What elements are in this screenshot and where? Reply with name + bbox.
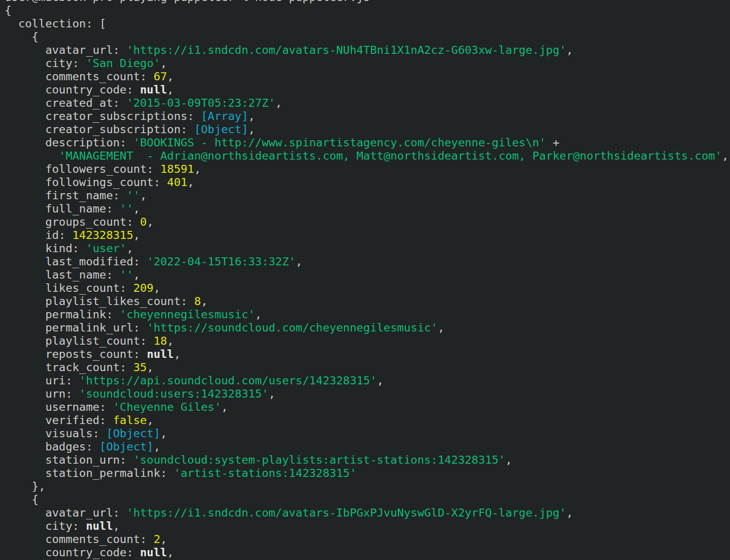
console-line: followings_count: 401, [5, 176, 730, 189]
null-token: null [147, 348, 174, 361]
plain-token: , [113, 519, 119, 533]
null-token: null [86, 519, 113, 533]
null-token: null [140, 546, 167, 559]
plain-token: , [167, 546, 174, 559]
console-line: urn: 'soundcloud:users:142328315', [5, 387, 730, 400]
console-line: { [5, 4, 730, 17]
plain-token: , [566, 506, 573, 519]
console-line: country_code: null, [5, 546, 730, 559]
console-line: username: 'Cheyenne Giles', [5, 400, 730, 414]
console-line: playlist_count: 18, [5, 334, 730, 348]
plain-token: , [174, 348, 180, 361]
plain-token: kind: [5, 242, 86, 255]
string-token: 'soundcloud:users:142328315' [79, 387, 269, 400]
plain-token: , [147, 414, 153, 427]
boolean-token: false [113, 414, 147, 427]
plain-token: first_name: [5, 189, 127, 202]
null-token: null [140, 83, 167, 96]
plain-token: , [248, 110, 255, 123]
string-token: 'MANAGEMENT - Adrian@northsideartists.co… [59, 149, 722, 162]
plain-token: , [133, 268, 140, 281]
console-line: badges: [Object], [5, 440, 730, 453]
string-token: 'artist-stations:142328315' [174, 467, 357, 480]
console-line: comments_count: 67, [5, 70, 730, 83]
console-line: city: 'San Diego', [5, 57, 730, 70]
plain-token: visuals: [5, 427, 106, 440]
plain-token: station_permalink: [5, 467, 174, 480]
plain-token: verified: [5, 414, 113, 427]
plain-token: groups_count: [5, 215, 140, 229]
plain-token: , [377, 374, 383, 387]
plain-token: description: [5, 136, 133, 149]
number-token: 18 [153, 334, 167, 348]
console-line: permalink_url: 'https://soundcloud.com/c… [5, 321, 730, 334]
string-token: 'cheyennegilesmusic' [120, 308, 255, 321]
string-token: 'Cheyenne Giles' [113, 400, 221, 414]
string-token: '' [120, 268, 134, 281]
plain-token: , [161, 427, 167, 440]
console-line: groups_count: 0, [5, 215, 730, 229]
console-line: country_code: null, [5, 83, 730, 96]
number-token: 209 [133, 281, 153, 295]
plain-token: , [187, 176, 194, 189]
plain-token: , [438, 321, 444, 334]
plain-token: { [5, 493, 39, 506]
console-line: { [5, 493, 730, 506]
console-line: likes_count: 209, [5, 281, 730, 295]
string-token: '2022-04-15T16:33:32Z' [147, 255, 296, 268]
console-line: playlist_likes_count: 8, [5, 295, 730, 308]
plain-token: + [546, 136, 560, 149]
console-line: permalink: 'cheyennegilesmusic', [5, 308, 730, 321]
plain-token: followings_count: [5, 176, 167, 189]
plain-token: followers_count: [5, 162, 161, 176]
number-token: 401 [167, 176, 187, 189]
object-ref-token: [Object] [100, 440, 154, 453]
plain-token: avatar_url: [5, 506, 127, 519]
plain-token: , [248, 123, 255, 136]
string-token: 'soundcloud:system-playlists:artist-stat… [133, 453, 505, 467]
plain-token: }, [5, 480, 45, 493]
plain-token [5, 149, 59, 162]
plain-token: username: [5, 400, 113, 414]
console-line: 'MANAGEMENT - Adrian@northsideartists.co… [5, 149, 730, 162]
console-line: verified: false, [5, 414, 730, 427]
object-ref-token: [Object] [106, 427, 161, 440]
console-line: followers_count: 18591, [5, 162, 730, 176]
plain-token: , [127, 242, 133, 255]
plain-token: collection: [ [5, 17, 106, 30]
console-line: creator_subscription: [Object], [5, 123, 730, 136]
console-line: comments_count: 2, [5, 533, 730, 546]
string-token: 'https://i1.sndcdn.com/avatars-IbPGxPJvu… [127, 506, 566, 519]
string-token: 'https://api.soundcloud.com/users/142328… [79, 374, 377, 387]
plain-token: id: [5, 229, 72, 242]
plain-token: last_name: [5, 268, 120, 281]
plain-token: , [161, 57, 167, 70]
plain-token: comments_count: [5, 70, 153, 83]
plain-token: creator_subscription: [5, 123, 194, 136]
console-line: first_name: '', [5, 189, 730, 202]
plain-token: , [161, 533, 167, 546]
plain-token: , [194, 162, 201, 176]
plain-token: , [269, 387, 275, 400]
console-line: id: 142328315, [5, 229, 730, 242]
plain-token: , [201, 295, 207, 308]
console-line: { [5, 30, 730, 43]
console-line: track_count: 35, [5, 361, 730, 374]
plain-token: , [167, 334, 174, 348]
plain-token: comments_count: [5, 533, 153, 546]
console-line: city: null, [5, 519, 730, 533]
console-line: station_urn: 'soundcloud:system-playlist… [5, 453, 730, 467]
number-token: 18591 [161, 162, 195, 176]
plain-token: track_count: [5, 361, 133, 374]
console-line: full_name: '', [5, 202, 730, 215]
plain-token: urn: [5, 387, 79, 400]
console-line: last_name: '', [5, 268, 730, 281]
plain-token: , [275, 96, 282, 110]
plain-token: , [147, 215, 153, 229]
plain-token: created_at: [5, 96, 127, 110]
plain-token: , [153, 440, 160, 453]
string-token: 'user' [86, 242, 127, 255]
console-line: visuals: [Object], [5, 427, 730, 440]
console-line: last_modified: '2022-04-15T16:33:32Z', [5, 255, 730, 268]
console-line: kind: 'user', [5, 242, 730, 255]
